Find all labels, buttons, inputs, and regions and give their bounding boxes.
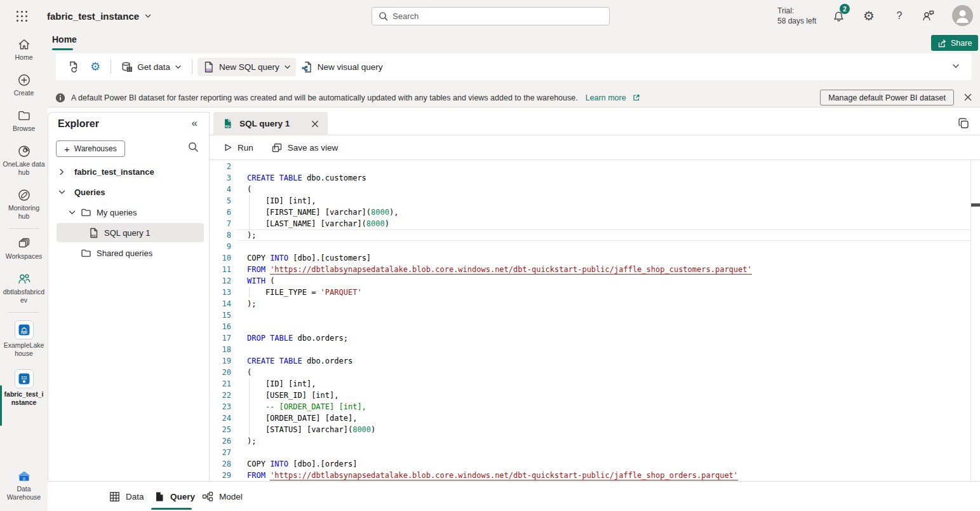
code-line[interactable]: 21 [ID] [int],: [210, 378, 980, 390]
explorer-search-icon[interactable]: [188, 142, 199, 153]
code-line[interactable]: 4(: [210, 184, 980, 195]
code-line[interactable]: 7 [LAST_NAME] [varchar](8000): [210, 218, 980, 229]
code-line[interactable]: 5 [ID] [int],: [210, 195, 980, 207]
code-text[interactable]: DROP TABLE dbo.orders;: [231, 332, 980, 344]
code-line[interactable]: 25 [STATUS] [varchar](8000): [210, 424, 980, 435]
code-line[interactable]: 12WITH (: [210, 275, 980, 287]
code-text[interactable]: );: [231, 435, 980, 447]
code-line[interactable]: 16: [210, 321, 980, 332]
run-button[interactable]: Run: [224, 143, 253, 153]
search-input[interactable]: [393, 11, 603, 21]
code-text[interactable]: CREATE TABLE dbo.customers: [231, 172, 980, 184]
copy-icon[interactable]: [957, 117, 970, 130]
tree-item-warehouse[interactable]: fabric_test_instance: [48, 161, 209, 182]
new-sql-query-button[interactable]: SQL New SQL query: [198, 58, 296, 76]
code-text[interactable]: (: [231, 184, 980, 195]
code-line[interactable]: 2: [210, 161, 980, 172]
view-tab-query[interactable]: Query: [154, 482, 195, 511]
code-text[interactable]: [STATUS] [varchar](8000): [231, 424, 980, 435]
code-text[interactable]: [231, 321, 980, 332]
code-text[interactable]: COPY INTO [dbo].[customers]: [231, 252, 980, 264]
tree-item-queries[interactable]: Queries: [48, 182, 209, 202]
code-text[interactable]: [USER_ID] [int],: [231, 390, 980, 401]
code-line[interactable]: 20(: [210, 367, 980, 378]
user-avatar[interactable]: [952, 5, 973, 26]
code-text[interactable]: COPY INTO [dbo].[orders]: [231, 458, 980, 470]
code-text[interactable]: );: [231, 229, 980, 241]
learn-more-link[interactable]: Learn more: [586, 93, 626, 102]
code-line[interactable]: 22 [USER_ID] [int],: [210, 390, 980, 401]
code-text[interactable]: [ID] [int],: [231, 195, 980, 207]
nav-workspaces[interactable]: Workspaces: [0, 231, 48, 266]
code-line[interactable]: 8);: [210, 229, 980, 241]
help-icon[interactable]: ?: [892, 8, 907, 24]
code-text[interactable]: WITH (: [231, 275, 980, 287]
get-data-button[interactable]: Get data: [116, 58, 187, 76]
close-tab-icon[interactable]: [311, 120, 319, 128]
nav-item-fabric-test-instance[interactable]: fabric_test_instance: [0, 364, 48, 412]
code-text[interactable]: [231, 161, 980, 172]
nav-home[interactable]: Home: [0, 32, 48, 67]
manage-default-dataset-button[interactable]: Manage default Power BI dataset: [820, 90, 954, 106]
tree-item-sql-query-1[interactable]: SQL SQL query 1: [48, 222, 209, 243]
code-text[interactable]: CREATE TABLE dbo.orders: [231, 355, 980, 367]
code-line[interactable]: 27: [210, 447, 980, 458]
nav-browse[interactable]: Browse: [0, 103, 48, 139]
view-tab-model[interactable]: Model: [202, 482, 243, 511]
code-text[interactable]: (: [231, 367, 980, 378]
code-line[interactable]: 26);: [210, 435, 980, 447]
code-line[interactable]: 13 FILE_TYPE = 'PARQUET': [210, 287, 980, 298]
code-line[interactable]: 28COPY INTO [dbo].[orders]: [210, 458, 980, 470]
code-text[interactable]: FROM 'https://dbtlabsynapsedatalake.blob…: [231, 264, 980, 275]
code-text[interactable]: FROM 'https://dbtlabsynapsedatalake.blob…: [231, 470, 980, 481]
warehouse-settings-button[interactable]: ⚙: [85, 57, 105, 77]
save-as-view-button[interactable]: Save as view: [271, 142, 339, 153]
code-line[interactable]: 24 [ORDER_DATE] [date],: [210, 412, 980, 424]
code-text[interactable]: [231, 344, 980, 355]
code-text[interactable]: FILE_TYPE = 'PARQUET': [231, 287, 980, 298]
code-text[interactable]: [ORDER_DATE] [date],: [231, 412, 980, 424]
code-text[interactable]: [231, 241, 980, 252]
view-tab-data[interactable]: Data: [109, 482, 144, 511]
code-text[interactable]: [ID] [int],: [231, 378, 980, 390]
code-line[interactable]: 17DROP TABLE dbo.orders;: [210, 332, 980, 344]
settings-gear-icon[interactable]: ⚙: [861, 8, 876, 24]
code-text[interactable]: [231, 310, 980, 321]
code-line[interactable]: 19CREATE TABLE dbo.orders: [210, 355, 980, 367]
global-search[interactable]: [372, 7, 610, 25]
nav-workspace-dbtlabsfabricdev[interactable]: dbtlabsfabricdev: [0, 266, 48, 310]
feedback-icon[interactable]: [921, 8, 936, 24]
collapse-explorer-icon[interactable]: «: [192, 117, 198, 130]
code-line[interactable]: 14);: [210, 298, 980, 310]
nav-item-examplelakehouse[interactable]: ExampleLakehouse: [0, 315, 48, 364]
share-button[interactable]: Share: [931, 35, 978, 51]
code-line[interactable]: 11FROM 'https://dbtlabsynapsedatalake.bl…: [210, 264, 980, 275]
code-line[interactable]: 29FROM 'https://dbtlabsynapsedatalake.bl…: [210, 470, 980, 481]
code-line[interactable]: 10COPY INTO [dbo].[customers]: [210, 252, 980, 264]
sql-code-area[interactable]: 23CREATE TABLE dbo.customers4(5 [ID] [in…: [210, 160, 980, 481]
code-text[interactable]: [231, 447, 980, 458]
nav-create[interactable]: Create: [0, 67, 48, 103]
code-line[interactable]: 15: [210, 310, 980, 321]
tree-item-shared-queries[interactable]: Shared queries: [48, 243, 209, 263]
code-line[interactable]: 3CREATE TABLE dbo.customers: [210, 172, 980, 184]
nav-monitoring-hub[interactable]: Monitoring hub: [0, 182, 48, 226]
code-line[interactable]: 6 [FIRST_NAME] [varchar](8000),: [210, 207, 980, 218]
app-launcher-waffle-icon[interactable]: [15, 10, 29, 23]
banner-close-icon[interactable]: [962, 92, 974, 103]
refresh-settings-button[interactable]: [62, 57, 85, 76]
add-warehouses-button[interactable]: + Warehouses: [56, 140, 125, 157]
code-text[interactable]: -- [ORDER_DATE] [int],: [231, 401, 980, 412]
code-line[interactable]: 23 -- [ORDER_DATE] [int],: [210, 401, 980, 412]
new-visual-query-button[interactable]: New visual query: [296, 58, 388, 76]
code-line[interactable]: 18: [210, 344, 980, 355]
code-text[interactable]: [LAST_NAME] [varchar](8000): [231, 218, 980, 229]
workspace-title-menu[interactable]: fabric_test_instance: [47, 0, 152, 32]
tab-sql-query-1[interactable]: SQL SQL query 1: [213, 112, 328, 135]
code-text[interactable]: );: [231, 298, 980, 310]
nav-data-warehouse[interactable]: Data Warehouse: [0, 463, 48, 507]
ribbon-tab-home[interactable]: Home: [52, 34, 77, 44]
code-text[interactable]: [FIRST_NAME] [varchar](8000),: [231, 207, 980, 218]
collapse-ribbon-chevron-icon[interactable]: [951, 62, 960, 71]
tree-item-my-queries[interactable]: My queries: [48, 202, 209, 222]
